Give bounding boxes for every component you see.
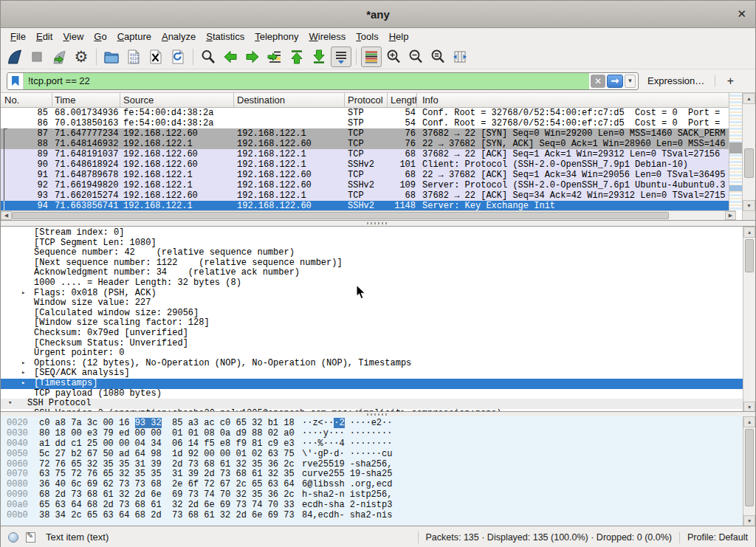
detail-line[interactable]: Window size value: 227 xyxy=(1,298,743,309)
filter-apply-button[interactable]: ➞ xyxy=(607,75,623,88)
go-first-packet-button[interactable] xyxy=(286,47,307,67)
detail-line[interactable]: [Next sequence number: 1122 (relative se… xyxy=(1,258,743,269)
expression-button[interactable]: Expression… xyxy=(647,75,704,86)
column-header-no[interactable]: No. xyxy=(1,93,52,107)
packet-row-94-selected[interactable]: 9471.663856741192.168.122.1192.168.122.6… xyxy=(1,201,730,211)
packet-list-minimap[interactable] xyxy=(729,93,742,211)
vscroll-thumb[interactable] xyxy=(744,148,754,178)
column-header-info[interactable]: Info xyxy=(417,93,730,107)
resize-columns-button[interactable] xyxy=(450,47,470,67)
packet-row-87[interactable]: 8771.647777234192.168.122.60192.168.122.… xyxy=(1,128,730,139)
menu-telephony[interactable]: Telephony xyxy=(250,30,303,44)
start-capture-button[interactable] xyxy=(4,47,25,67)
packet-row-90[interactable]: 9071.648618924192.168.122.60192.168.122.… xyxy=(1,159,730,170)
column-header-source[interactable]: Source xyxy=(120,93,234,107)
detail-line-seq-ack[interactable]: [SEQ/ACK analysis] xyxy=(1,368,743,379)
detail-line[interactable]: [Stream index: 0] xyxy=(1,228,743,238)
details-vscrollbar[interactable] xyxy=(743,227,755,412)
vscroll-thumb[interactable] xyxy=(745,429,754,506)
packet-list-vscrollbar[interactable] xyxy=(742,93,755,211)
hex-vscrollbar[interactable] xyxy=(743,416,755,526)
hscroll-thumb[interactable] xyxy=(12,212,669,219)
open-file-button[interactable] xyxy=(101,47,122,67)
filter-expression-text[interactable]: !tcp.port == 22 xyxy=(24,73,589,89)
packet-list-hscrollbar[interactable] xyxy=(1,210,736,220)
packet-row-88[interactable]: 8871.648146932192.168.122.1192.168.122.6… xyxy=(1,139,730,149)
close-file-button[interactable] xyxy=(145,47,166,67)
hex-row[interactable]: 003080 18 00 e3 79 ed 00 00 01 01 08 0a … xyxy=(1,429,755,439)
hex-row[interactable]: 00b038 34 2c 65 63 64 68 2d 73 68 61 32 … xyxy=(1,511,755,521)
column-header-length[interactable]: Length xyxy=(388,93,417,107)
titlebar[interactable]: *any ✕ xyxy=(1,1,755,28)
hex-row[interactable]: 00a065 63 64 68 2d 73 68 61 32 2d 6e 69 … xyxy=(1,500,755,511)
detail-line[interactable]: 1000 .... = Header Length: 32 bytes (8) xyxy=(1,278,743,289)
scroll-left-icon[interactable] xyxy=(1,211,12,220)
detail-line-ssh-protocol[interactable]: SSH Protocol xyxy=(1,399,743,409)
reload-file-button[interactable] xyxy=(168,47,188,67)
hex-row[interactable]: 00505c 27 b2 67 50 ad 64 98 1d 92 00 00 … xyxy=(1,450,755,460)
scroll-up-icon[interactable] xyxy=(743,227,755,238)
detail-line[interactable]: Urgent pointer: 0 xyxy=(1,348,743,359)
detail-line[interactable]: Sequence number: 42 (relative sequence n… xyxy=(1,248,743,258)
detail-line[interactable]: [Window size scaling factor: 128] xyxy=(1,318,743,328)
profile-label[interactable]: Profile: Default xyxy=(687,532,748,543)
expander-collapsed-icon[interactable] xyxy=(21,359,25,369)
add-filter-button[interactable]: + xyxy=(723,75,738,88)
capture-options-button[interactable]: ⚙ xyxy=(71,47,92,67)
hex-row[interactable]: 007063 75 72 76 65 32 35 35 31 39 2d 73 … xyxy=(1,469,755,480)
expert-info-icon[interactable] xyxy=(8,532,18,543)
column-header-protocol[interactable]: Protocol xyxy=(345,93,388,107)
detail-line[interactable]: [Calculated window size: 29056] xyxy=(1,309,743,319)
hscroll-track[interactable] xyxy=(12,211,725,220)
expander-collapsed-icon[interactable] xyxy=(21,289,25,299)
packet-row-93[interactable]: 9371.662015274192.168.122.60192.168.122.… xyxy=(1,190,730,201)
detail-line[interactable]: TCP payload (1080 bytes) xyxy=(1,389,743,399)
menu-edit[interactable]: Edit xyxy=(31,30,58,44)
filter-bookmark-button[interactable] xyxy=(7,73,24,89)
scroll-up-icon[interactable] xyxy=(743,93,755,104)
menu-capture[interactable]: Capture xyxy=(112,30,157,44)
detail-line-flags[interactable]: Flags: 0x018 (PSH, ACK) xyxy=(1,289,743,299)
packet-row-85[interactable]: 8568.001734936fe:54:00:d4:38:2aSTP54Conf… xyxy=(1,108,730,118)
hex-row[interactable]: 0040a1 dd c1 25 00 00 04 34 06 14 f5 e8 … xyxy=(1,439,755,450)
column-header-destination[interactable]: Destination xyxy=(234,93,345,107)
scroll-up-icon[interactable] xyxy=(743,416,755,427)
stop-capture-button[interactable] xyxy=(27,47,47,67)
restart-capture-button[interactable] xyxy=(49,47,69,67)
zoom-reset-button[interactable] xyxy=(427,47,448,67)
menu-tools[interactable]: Tools xyxy=(351,30,383,44)
hex-row[interactable]: 0020 c0 a8 7a 3c 00 16 93 32 85 a3 ac c0… xyxy=(1,419,755,429)
close-window-icon[interactable]: ✕ xyxy=(737,7,746,21)
column-header-time[interactable]: Time xyxy=(52,93,120,107)
go-back-button[interactable] xyxy=(220,47,241,67)
detail-line[interactable]: [TCP Segment Len: 1080] xyxy=(1,238,743,249)
menu-wireless[interactable]: Wireless xyxy=(304,30,351,44)
expander-collapsed-icon[interactable] xyxy=(21,379,25,389)
menu-go[interactable]: Go xyxy=(89,30,111,44)
go-last-packet-button[interactable] xyxy=(309,47,329,67)
colorize-packets-button[interactable] xyxy=(361,47,382,67)
menu-view[interactable]: View xyxy=(58,30,89,44)
packet-bytes-pane[interactable]: 0020 c0 a8 7a 3c 00 16 93 32 85 a3 ac c0… xyxy=(1,416,755,526)
detail-line[interactable]: [Checksum Status: Unverified] xyxy=(1,339,743,349)
capture-comment-icon[interactable] xyxy=(26,532,35,543)
scroll-down-icon[interactable] xyxy=(743,515,755,526)
hex-row[interactable]: 008036 40 6c 69 62 73 73 68 2e 6f 72 67 … xyxy=(1,480,755,490)
detail-line-timestamps-selected[interactable]: [Timestamps] xyxy=(1,379,743,389)
menu-statistics[interactable]: Statistics xyxy=(201,30,250,44)
pane-splitter-top[interactable] xyxy=(1,221,755,226)
detail-line-options[interactable]: Options: (12 bytes), No-Operation (NOP),… xyxy=(1,359,743,369)
menu-analyze[interactable]: Analyze xyxy=(157,30,201,44)
zoom-in-button[interactable] xyxy=(383,47,404,67)
packet-row-92[interactable]: 9271.661949820192.168.122.1192.168.122.6… xyxy=(1,180,730,190)
scroll-right-icon[interactable] xyxy=(725,211,736,220)
scroll-down-icon[interactable] xyxy=(743,200,755,211)
packet-row-86[interactable]: 8670.013850163fe:54:00:d4:38:2aSTP54Conf… xyxy=(1,118,730,128)
go-to-packet-button[interactable] xyxy=(264,47,285,67)
filter-clear-button[interactable]: ✕ xyxy=(591,75,605,88)
hex-row[interactable]: 006072 76 65 32 35 35 31 39 2d 73 68 61 … xyxy=(1,460,755,470)
find-packet-button[interactable] xyxy=(198,47,219,67)
menu-help[interactable]: Help xyxy=(384,30,414,44)
menu-file[interactable]: File xyxy=(5,30,31,44)
expander-expanded-icon[interactable] xyxy=(8,399,12,409)
